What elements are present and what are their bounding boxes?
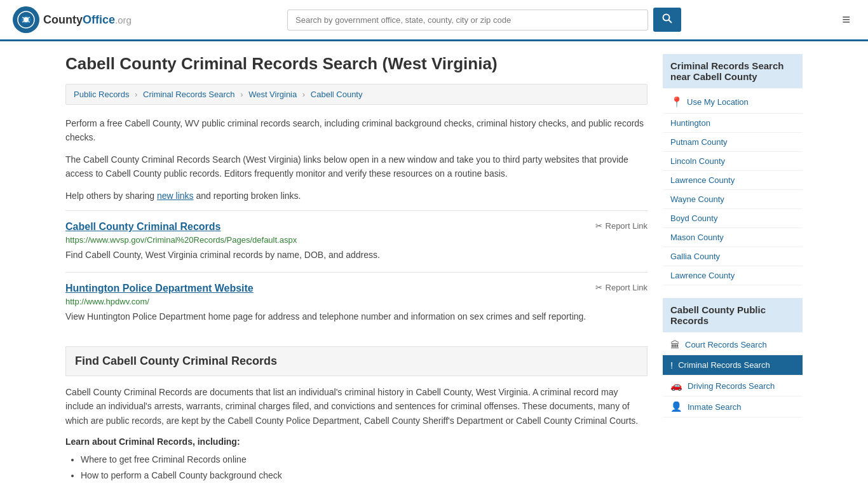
sidebar-nearby-huntington[interactable]: Huntington	[663, 114, 803, 133]
bullet-item-1: Where to get free Criminal Records onlin…	[81, 452, 648, 468]
site-header: CountyOffice.org ≡	[0, 0, 868, 41]
sidebar-public-records-section: Cabell County Public Records 🏛 Court Rec…	[663, 298, 803, 417]
breadcrumb: Public Records › Criminal Records Search…	[65, 84, 648, 105]
record-url-1: https://www.wvsp.gov/Criminal%20Records/…	[65, 235, 648, 245]
inmate-icon: 👤	[670, 401, 682, 412]
breadcrumb-criminal-records[interactable]: Criminal Records Search	[143, 90, 235, 99]
location-pin-icon: 📍	[670, 96, 683, 108]
sidebar-nearby-boyd[interactable]: Boyd County	[663, 209, 803, 228]
use-location-link[interactable]: Use My Location	[687, 97, 749, 107]
find-section-text: Cabell County Criminal Records are docum…	[65, 385, 648, 428]
record-block-1: Cabell County Criminal Records ✂ Report …	[65, 210, 648, 272]
sidebar-nearby-section: Criminal Records Search near Cabell Coun…	[663, 54, 803, 285]
svg-point-2	[663, 15, 670, 21]
sidebar-nearby-mason[interactable]: Mason County	[663, 228, 803, 247]
description-1: Perform a free Cabell County, WV public …	[65, 116, 648, 145]
report-link-button-1[interactable]: ✂ Report Link	[595, 221, 648, 231]
record-link-header-2: Huntington Police Department Website ✂ R…	[65, 283, 648, 294]
car-icon: 🚗	[670, 380, 682, 391]
logo-icon	[13, 6, 39, 33]
record-block-2: Huntington Police Department Website ✂ R…	[65, 272, 648, 334]
sidebar-nearby-wayne[interactable]: Wayne County	[663, 190, 803, 209]
description-3: Help others by sharing new links and rep…	[65, 189, 648, 203]
report-link-button-2[interactable]: ✂ Report Link	[595, 283, 648, 292]
logo-area: CountyOffice.org	[13, 6, 132, 33]
sidebar-nearby-lawrence2[interactable]: Lawrence County	[663, 266, 803, 285]
record-url-2: http://www.hpdwv.com/	[65, 297, 648, 306]
search-button[interactable]	[653, 8, 681, 32]
record-desc-2: View Huntington Police Department home p…	[65, 310, 648, 323]
breadcrumb-public-records[interactable]: Public Records	[74, 90, 129, 99]
find-section-title: Find Cabell County Criminal Records	[75, 355, 638, 368]
court-icon: 🏛	[670, 339, 680, 350]
svg-line-3	[669, 20, 672, 24]
menu-button[interactable]: ≡	[837, 9, 855, 30]
main-content: Cabell County Criminal Records Search (W…	[65, 54, 648, 484]
new-links-link[interactable]: new links	[157, 191, 194, 201]
search-input[interactable]	[287, 10, 648, 30]
sidebar: Criminal Records Search near Cabell Coun…	[663, 54, 803, 484]
sidebar-court-records[interactable]: 🏛 Court Records Search	[663, 335, 803, 355]
breadcrumb-west-virginia[interactable]: West Virginia	[248, 90, 297, 99]
search-area	[287, 8, 681, 32]
learn-title: Learn about Criminal Records, including:	[65, 437, 648, 447]
bullet-item-2: How to perform a Cabell County backgroun…	[81, 468, 648, 484]
find-section: Find Cabell County Criminal Records	[65, 346, 648, 376]
breadcrumb-cabell-county[interactable]: Cabell County	[311, 90, 363, 99]
use-location[interactable]: 📍 Use My Location	[663, 91, 803, 114]
bullet-list: Where to get free Criminal Records onlin…	[81, 452, 648, 484]
sidebar-nearby-lincoln[interactable]: Lincoln County	[663, 152, 803, 171]
sidebar-nearby-putnam[interactable]: Putnam County	[663, 133, 803, 152]
scissors-icon-1: ✂	[595, 221, 602, 231]
sidebar-inmate-search[interactable]: 👤 Inmate Search	[663, 396, 803, 417]
description-2: The Cabell County Criminal Records Searc…	[65, 152, 648, 181]
sidebar-nearby-lawrence[interactable]: Lawrence County	[663, 171, 803, 190]
sidebar-nearby-gallia[interactable]: Gallia County	[663, 247, 803, 266]
record-title-1[interactable]: Cabell County Criminal Records	[65, 221, 221, 233]
scissors-icon-2: ✂	[595, 283, 602, 292]
record-desc-1: Find Cabell County, West Virginia crimin…	[65, 248, 648, 262]
page-title: Cabell County Criminal Records Search (W…	[65, 54, 648, 74]
sidebar-driving-records[interactable]: 🚗 Driving Records Search	[663, 376, 803, 396]
sidebar-nearby-header: Criminal Records Search near Cabell Coun…	[663, 54, 803, 88]
page-wrapper: Cabell County Criminal Records Search (W…	[53, 41, 815, 488]
record-link-header-1: Cabell County Criminal Records ✂ Report …	[65, 221, 648, 233]
exclamation-icon: !	[670, 360, 673, 370]
sidebar-public-records-header: Cabell County Public Records	[663, 298, 803, 332]
sidebar-criminal-records[interactable]: ! Criminal Records Search	[663, 355, 803, 376]
logo-text: CountyOffice.org	[43, 13, 132, 27]
record-title-2[interactable]: Huntington Police Department Website	[65, 283, 254, 294]
